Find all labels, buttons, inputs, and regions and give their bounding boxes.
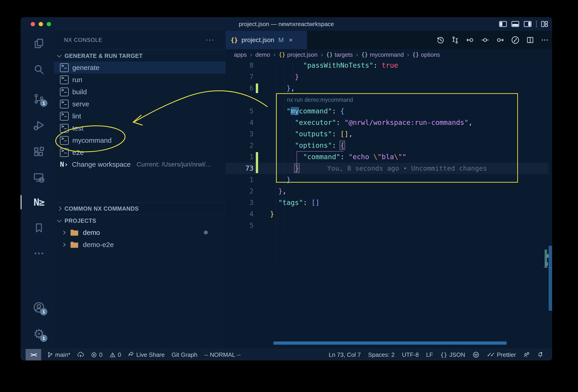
- status-sync[interactable]: [77, 352, 84, 358]
- sidebar-target-test[interactable]: >_test: [54, 122, 226, 134]
- sidebar-item-change-workspace[interactable]: N› Change workspace Current: /Users/juri…: [54, 158, 226, 170]
- status-notifications[interactable]: [537, 351, 543, 358]
- next-change-icon[interactable]: [496, 36, 505, 44]
- line-number: 2: [232, 140, 253, 151]
- terminal-icon: >_: [60, 76, 69, 84]
- horizontal-scrollbar[interactable]: [273, 342, 507, 345]
- code-line[interactable]: "outputs": [],: [270, 128, 353, 140]
- run-debug-icon[interactable]: [28, 115, 50, 136]
- search-icon[interactable]: [28, 59, 50, 80]
- code-area[interactable]: 8 "passWithNoTests": true7 }6 },nx run d…: [226, 60, 552, 349]
- project-status-dot: [204, 230, 208, 234]
- explorer-icon[interactable]: [28, 33, 50, 54]
- sidebar-target-generate[interactable]: >_generate: [54, 61, 226, 74]
- timeline-icon[interactable]: [511, 36, 520, 44]
- sidebar-title: NX CONSOLE: [64, 37, 102, 43]
- code-line[interactable]: "command": "echo \"bla\"": [270, 151, 406, 163]
- nx-console-icon[interactable]: N≥: [28, 191, 50, 213]
- sidebar-project-demo[interactable]: demo: [54, 226, 226, 239]
- status-git-graph[interactable]: Git Graph: [172, 351, 197, 358]
- more-actions-icon[interactable]: [541, 36, 549, 44]
- status-live-share[interactable]: Live Share: [128, 351, 165, 358]
- extensions-icon[interactable]: [28, 141, 50, 163]
- open-changes-icon[interactable]: [451, 36, 459, 44]
- status-encoding[interactable]: UTF-8: [402, 351, 419, 358]
- braces-icon: {}: [440, 351, 447, 358]
- remote-explorer-icon[interactable]: [28, 167, 50, 188]
- code-line[interactable]: }: [270, 163, 299, 174]
- sidebar-more-actions-icon[interactable]: ···: [205, 35, 215, 44]
- status-prettier[interactable]: ✓✓Prettier: [487, 351, 516, 358]
- status-label: 0: [118, 351, 121, 358]
- toggle-secondary-sidebar-icon[interactable]: [524, 21, 531, 27]
- toggle-panel-icon[interactable]: [511, 21, 519, 27]
- sidebar-target-e2e[interactable]: >_e2e: [54, 146, 226, 159]
- terminal-icon: >_: [60, 63, 69, 72]
- status-errors[interactable]: 0: [91, 351, 102, 358]
- breadcrumb-item-targets[interactable]: {}targets: [326, 51, 353, 58]
- status-branch[interactable]: main*: [47, 351, 70, 358]
- code-line[interactable]: },: [270, 83, 295, 94]
- code-line[interactable]: }: [270, 71, 299, 83]
- customize-layout-icon[interactable]: [541, 21, 548, 27]
- toggle-sidebar-icon[interactable]: [499, 21, 507, 27]
- history-icon[interactable]: [436, 36, 445, 44]
- accounts-icon[interactable]: 1: [28, 297, 50, 318]
- status-label: LF: [426, 351, 433, 358]
- error-icon: [91, 352, 97, 358]
- sidebar-project-demo-e2e[interactable]: demo-e2e: [54, 239, 226, 251]
- status-vim-mode[interactable]: -- NORMAL --: [204, 351, 241, 358]
- json-file-icon: {}: [231, 37, 238, 44]
- code-line[interactable]: }: [270, 174, 290, 185]
- tab-project-json[interactable]: {} project.json M ×: [226, 31, 307, 49]
- vertical-scrollbar[interactable]: [549, 246, 552, 310]
- sidebar-target-lint[interactable]: >_lint: [54, 110, 226, 122]
- codelens-run-command[interactable]: nx run demo:mycommand: [287, 94, 353, 105]
- target-label: lint: [72, 112, 81, 120]
- status-indentation[interactable]: Spaces: 2: [368, 351, 395, 358]
- status-cursor-position[interactable]: Ln 73, Col 7: [329, 351, 361, 358]
- status-eol[interactable]: LF: [426, 351, 433, 358]
- breadcrumb-item-options[interactable]: {}options: [412, 51, 440, 58]
- more-icon[interactable]: [28, 243, 50, 264]
- section-projects[interactable]: PROJECTS: [54, 215, 226, 227]
- breadcrumb-item-demo[interactable]: demo: [255, 51, 270, 58]
- status-language-mode[interactable]: {}JSON: [440, 351, 465, 358]
- code-line[interactable]: "passWithNoTests": true: [270, 60, 398, 71]
- remote-indicator[interactable]: ><: [26, 349, 41, 360]
- line-number: 5: [232, 105, 253, 117]
- sidebar-target-build[interactable]: >_build: [54, 86, 226, 98]
- sidebar-target-serve[interactable]: >_serve: [54, 98, 226, 110]
- code-line[interactable]: "mycommand": {: [270, 105, 344, 117]
- breadcrumb-item-project-json[interactable]: {}project.json: [279, 51, 318, 58]
- code-line[interactable]: "executor": "@nrwl/workspace:run-command…: [270, 117, 473, 128]
- split-editor-icon[interactable]: [526, 36, 534, 44]
- close-tab-icon[interactable]: ×: [289, 36, 293, 44]
- section-generate-run-target[interactable]: GENERATE & RUN TARGET: [54, 50, 226, 62]
- code-line[interactable]: }: [270, 208, 274, 220]
- screenshot-stage: project.json — newnxreactwrkspace 1N≥1⚙1…: [0, 0, 578, 392]
- settings-icon[interactable]: ⚙1: [28, 323, 50, 345]
- code-line[interactable]: },: [270, 185, 287, 197]
- section-common-nx-commands[interactable]: COMMON NX COMMANDS: [54, 202, 226, 215]
- breadcrumb-item-mycommand[interactable]: {}mycommand: [361, 51, 404, 58]
- status-copilot[interactable]: [473, 351, 479, 358]
- previous-change-icon[interactable]: [466, 36, 474, 44]
- bookmarks-icon[interactable]: [28, 217, 50, 239]
- source-control-icon[interactable]: 1: [28, 88, 50, 110]
- current-workspace-path: Current: /Users/juri/nrwl/...: [137, 161, 211, 168]
- chevron-right-icon: [62, 243, 66, 247]
- sidebar-target-mycommand[interactable]: >_mycommand: [54, 134, 226, 146]
- status-feedback[interactable]: [523, 351, 530, 358]
- json-symbol-icon: {}: [326, 51, 333, 58]
- status-warnings[interactable]: 0: [109, 351, 121, 358]
- status-label: Spaces: 2: [368, 351, 395, 358]
- breadcrumb-item-apps[interactable]: apps: [234, 51, 247, 58]
- git-added-gutter: [256, 84, 258, 93]
- sidebar-target-run[interactable]: >_run: [54, 74, 226, 86]
- tab-bar: {} project.json M ×: [226, 31, 552, 49]
- code-line[interactable]: "tags": []: [270, 197, 320, 208]
- code-line[interactable]: "options": {: [270, 140, 344, 151]
- folder-icon: [70, 229, 83, 236]
- change-icon[interactable]: [481, 36, 489, 44]
